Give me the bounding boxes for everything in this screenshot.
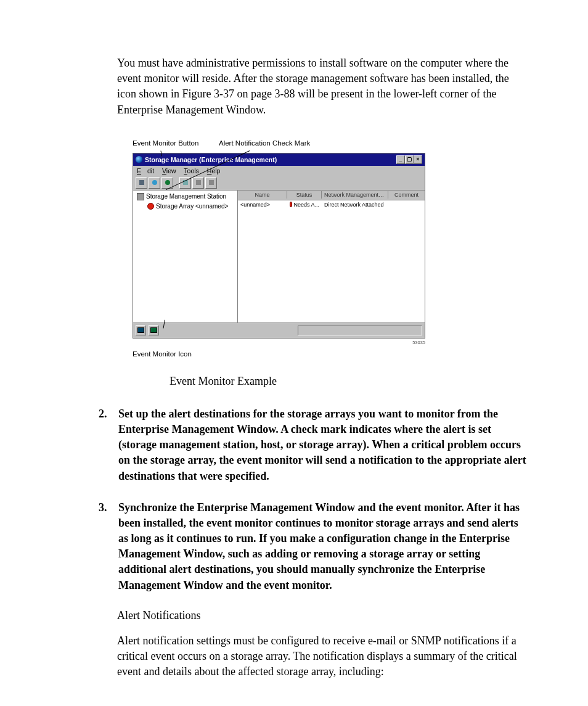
array-status-icon [147,203,154,210]
status-well [298,326,422,335]
tree-child[interactable]: Storage Array <unnamed> [145,203,234,210]
window-title: Storage Manager (Enterprise Management) [145,156,277,163]
menu-help[interactable]: Help [207,167,221,174]
toolbar-btn-5[interactable] [192,177,204,189]
titlebar: Storage Manager (Enterprise Management) … [133,154,425,166]
cell-status: Needs A... [287,201,322,208]
app-icon [136,156,142,163]
toolbar-btn-2[interactable] [149,177,160,189]
tree-root-label: Storage Management Station [146,193,226,200]
host-icon [137,193,144,200]
statusbar [133,322,425,338]
figure-caption: Event Monitor Example [169,375,526,388]
list-item-3: 3. Synchronize the Enterprise Management… [99,500,526,593]
menu-edit[interactable]: Edit [137,167,154,174]
col-comment[interactable]: Comment [388,191,425,199]
list-header: Name Status Network Management Type Comm… [238,191,425,200]
top-callouts: Event Monitor Button Alert Notification … [133,139,425,153]
closing-paragraph: Alert notification settings must be conf… [117,633,526,680]
list-pane: Name Status Network Management Type Comm… [238,191,425,322]
tree-child-label: Storage Array <unnamed> [156,203,228,210]
cell-status-text: Needs A... [293,202,319,208]
client-area: Storage Management Station Storage Array… [133,191,425,322]
col-status[interactable]: Status [287,191,322,199]
callout-event-monitor-icon: Event Monitor Icon [133,350,425,358]
list-row[interactable]: <unnamed> Needs A... Direct Network Atta… [238,200,425,209]
toolbar-btn-1[interactable] [136,177,147,189]
cell-nmt: Direct Network Attached [322,201,388,208]
intro-paragraph: You must have administrative permissions… [117,55,526,118]
item-number-3: 3. [99,500,110,593]
menu-view[interactable]: View [162,167,176,174]
callout-alert-check-mark: Alert Notification Check Mark [219,139,310,147]
item-body-3: Synchronize the Enterprise Management Wi… [118,500,526,593]
ordered-list: 2. Set up the alert destinations for the… [99,406,526,593]
col-name[interactable]: Name [238,191,287,199]
cell-comment [388,204,425,205]
col-nmt[interactable]: Network Management Type [322,191,388,199]
callout-event-monitor-button: Event Monitor Button [133,139,198,147]
screenshot-window: Storage Manager (Enterprise Management) … [133,153,425,339]
menu-tools[interactable]: Tools [184,167,199,174]
window-buttons[interactable]: _ ▢ × [396,155,422,164]
status-icon-1[interactable] [136,325,146,335]
minimize-button[interactable]: _ [396,155,405,164]
subheading-alert-notifications: Alert Notifications [117,609,526,622]
toolbar [133,176,425,191]
page: You must have administrative permissions… [0,0,588,706]
item-body-2: Set up the alert destinations for the st… [118,406,526,484]
tree-pane[interactable]: Storage Management Station Storage Array… [133,191,238,322]
close-button[interactable]: × [414,155,422,164]
item-number-2: 2. [99,406,110,484]
tree-root[interactable]: Storage Management Station [137,193,234,200]
maximize-button[interactable]: ▢ [405,155,414,164]
toolbar-btn-6[interactable] [205,177,217,189]
status-icon [290,202,292,207]
menubar: Edit View Tools Help [133,166,425,176]
figure-id-tag: 53035 [133,340,425,345]
list-item-2: 2. Set up the alert destinations for the… [99,406,526,484]
figure-block: Event Monitor Button Alert Notification … [133,139,425,358]
cell-name: <unnamed> [238,201,287,208]
event-monitor-icon[interactable] [149,325,159,335]
